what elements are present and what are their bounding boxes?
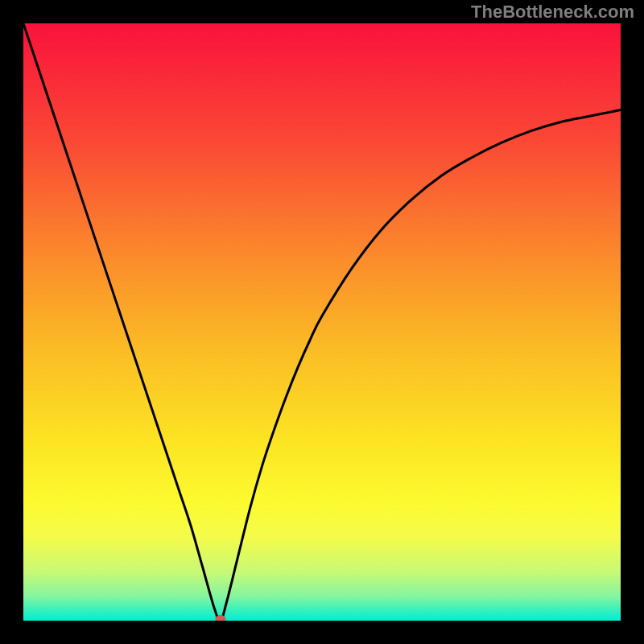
chart-background [23, 23, 621, 621]
attribution-text: TheBottleneck.com [471, 2, 634, 23]
bottleneck-chart [23, 23, 621, 621]
chart-frame: TheBottleneck.com [0, 0, 644, 644]
